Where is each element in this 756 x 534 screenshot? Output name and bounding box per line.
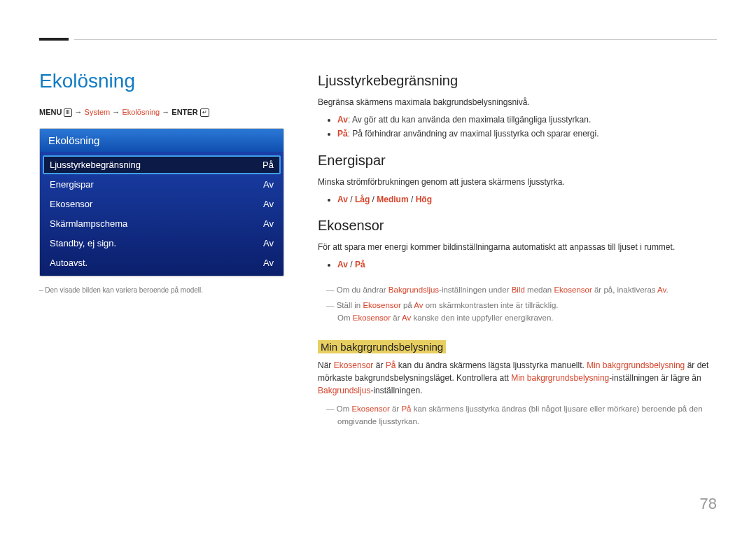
menu-row-value: Av [263,218,274,229]
bullet-key: På [337,129,348,139]
breadcrumb-menu: MENU [39,108,62,116]
menu-row[interactable]: EkosensorAv [43,195,281,213]
menu-row[interactable]: Autoavst.Av [43,253,281,272]
menu-row-value: Av [263,199,274,209]
breadcrumb-arrow: → [112,108,120,116]
note: Om du ändrar Bakgrundsljus-inställningen… [318,283,717,296]
menu-row-label: Autoavst. [50,258,88,268]
top-accent-bar [39,38,69,41]
option-value: Av [337,260,348,269]
note: Ställ in Ekosensor på Av om skärmkontras… [318,299,717,325]
option-value: Låg [355,195,370,204]
page-title: Ekolösning [39,70,284,92]
section-heading-brightness-limit: Ljusstyrkebegränsning [318,73,717,89]
page-number: 78 [700,495,717,513]
menu-row-label: Standby, ej sign. [50,238,116,248]
menu-row[interactable]: EnergisparAv [43,175,281,194]
paragraph: När Ekosensor är På kan du ändra skärmen… [318,359,717,397]
breadcrumb-step-system: System [85,108,111,116]
option-separator: / [409,195,416,204]
menu-panel: Ekolösning LjusstyrkebegränsningPåEnergi… [39,128,284,276]
option-separator: / [348,260,355,269]
breadcrumb-step-eco: Ekolösning [122,108,160,116]
section-heading-energispar: Energispar [318,153,717,169]
section-intro: Begränsa skärmens maximala bakgrundsbely… [318,96,717,108]
top-rule [74,39,717,40]
bullet-item: Av / Låg / Medium / Hög [337,192,717,206]
menu-row-value: Av [263,179,274,190]
note: Om Ekosensor är På kan skärmens ljusstyr… [318,402,717,428]
option-value: På [355,260,365,269]
subsection-heading-minbacklight: Min bakgrgrundsbelysning [318,340,446,353]
bullet-text: : Av gör att du kan använda den maximala… [348,115,591,125]
option-separator: / [348,195,355,204]
menu-row-label: Ljusstyrkebegränsning [50,160,141,170]
footnote-left: – Den visade bilden kan variera beroende… [39,286,284,294]
menu-row-label: Skärmlampschema [50,218,127,229]
bullet-text: : På förhindrar användning av maximal lj… [348,129,599,139]
menu-row-label: Ekosensor [50,199,92,209]
menu-row-value: Av [263,238,274,248]
enter-icon: ↵ [200,108,209,117]
bullet-key: Av [337,115,348,125]
breadcrumb-enter: ENTER [172,108,197,116]
menu-row-value: Av [263,258,274,268]
menu-row-value: På [262,160,274,170]
menu-icon: Ⅲ [64,108,72,117]
bullet-item: Av: Av gör att du kan använda den maxima… [337,113,717,127]
bullet-item: Av / På [337,258,717,272]
option-value: Medium [377,195,408,204]
option-value: Av [337,195,348,204]
section-intro: Minska strömförbrukningen genom att just… [318,176,717,188]
section-intro: För att spara mer energi kommer bildinst… [318,241,717,253]
section-heading-ekosensor: Ekosensor [318,218,717,234]
breadcrumb-arrow: → [162,108,169,116]
option-separator: / [370,195,377,204]
menu-row[interactable]: Standby, ej sign.Av [43,234,281,253]
menu-row[interactable]: LjusstyrkebegränsningPå [43,155,281,174]
option-value: Hög [416,195,432,204]
menu-row-label: Energispar [50,179,94,190]
bullet-item: På: På förhindrar användning av maximal … [337,127,717,141]
breadcrumb-arrow: → [75,108,83,116]
breadcrumb: MENU Ⅲ → System → Ekolösning → ENTER ↵ [39,108,284,117]
menu-panel-title: Ekolösning [40,129,284,152]
menu-row[interactable]: SkärmlampschemaAv [43,214,281,233]
